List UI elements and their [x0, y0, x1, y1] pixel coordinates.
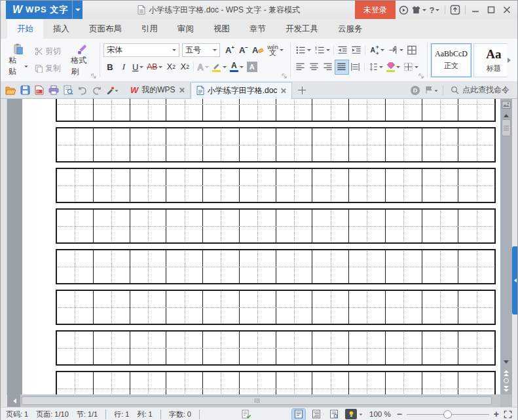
horizontal-scroll-thumb[interactable] — [22, 396, 492, 405]
grid-cell[interactable] — [203, 210, 240, 242]
document-page[interactable] — [22, 99, 500, 394]
increase-font-button[interactable]: A+ — [223, 43, 236, 57]
grid-cell[interactable] — [458, 210, 494, 242]
wps-menu-caret-icon[interactable] — [72, 1, 83, 19]
grid-cell[interactable] — [240, 99, 276, 121]
wps-menu-button[interactable]: W WPS 文字 — [6, 1, 83, 19]
task-flag-icon[interactable] — [422, 83, 441, 98]
grid-cell[interactable] — [240, 372, 276, 394]
undo-icon[interactable] — [75, 83, 90, 98]
grid-cell[interactable] — [94, 291, 130, 324]
grid-cell[interactable] — [94, 372, 130, 394]
grid-cell[interactable] — [312, 250, 349, 283]
paste-button[interactable]: 粘贴 — [6, 41, 31, 79]
grid-cell[interactable] — [57, 128, 94, 161]
grid-cell[interactable] — [349, 250, 386, 283]
zoom-in-button[interactable]: + — [494, 411, 499, 417]
fullscreen-icon[interactable] — [504, 410, 512, 419]
numbered-list-button[interactable] — [313, 43, 331, 57]
menu-tab-0[interactable]: 开始 — [7, 19, 43, 39]
grid-cell[interactable] — [57, 372, 94, 394]
select-browse-object-button[interactable] — [500, 376, 512, 385]
redo-icon[interactable] — [90, 83, 104, 98]
zoom-slider[interactable] — [407, 409, 489, 420]
font-name-select[interactable]: 宋体 — [103, 43, 179, 57]
page-view-icon[interactable] — [292, 409, 305, 420]
grid-cell[interactable] — [94, 169, 130, 202]
grid-cell[interactable] — [276, 372, 313, 394]
grid-cell[interactable] — [312, 210, 349, 242]
grid-cell[interactable] — [130, 291, 167, 324]
grid-cell[interactable] — [349, 128, 386, 161]
grid-cell[interactable] — [240, 332, 276, 364]
open-file-icon[interactable] — [3, 83, 18, 98]
print-preview-icon[interactable] — [61, 83, 75, 98]
align-right-button[interactable] — [322, 60, 335, 74]
grid-cell[interactable] — [422, 372, 459, 394]
scroll-left-button[interactable] — [7, 394, 20, 407]
grid-cell[interactable] — [386, 99, 422, 121]
grid-cell[interactable] — [166, 291, 203, 324]
grid-cell[interactable] — [458, 250, 494, 283]
grid-cell[interactable] — [458, 169, 494, 202]
grid-cell[interactable] — [57, 99, 94, 121]
tab-close-icon[interactable] — [280, 88, 286, 94]
grid-cell[interactable] — [203, 169, 240, 202]
bullet-list-button[interactable] — [294, 43, 312, 57]
borders-button[interactable] — [402, 60, 420, 74]
customize-toolbar-icon[interactable] — [104, 83, 121, 98]
grid-cell[interactable] — [386, 210, 422, 242]
zoom-out-button[interactable]: − — [397, 411, 402, 417]
clipboard-dialog-launcher[interactable] — [91, 73, 96, 79]
grid-cell[interactable] — [203, 99, 240, 121]
grid-cell[interactable] — [57, 332, 94, 364]
grid-cell[interactable] — [276, 210, 313, 242]
highlight-color-button[interactable] — [211, 60, 228, 74]
decrease-font-button[interactable]: A− — [237, 43, 250, 57]
copy-button[interactable]: 复制 — [33, 62, 67, 75]
style-card-0[interactable]: AaBbCcD正文 — [431, 43, 472, 77]
grid-cell[interactable] — [130, 128, 167, 161]
grid-cell[interactable] — [458, 291, 494, 324]
grid-cell[interactable] — [94, 250, 130, 283]
grid-cell[interactable] — [130, 332, 167, 364]
menu-tab-4[interactable]: 审阅 — [168, 19, 204, 39]
thumbnail-panel-icon[interactable] — [500, 99, 512, 110]
grid-cell[interactable] — [166, 169, 203, 202]
grid-cell[interactable] — [458, 372, 494, 394]
spellcheck-icon[interactable] — [242, 410, 251, 419]
scroll-up-button[interactable] — [500, 110, 512, 119]
grid-cell[interactable] — [57, 169, 94, 202]
grid-cell[interactable] — [57, 291, 94, 324]
grid-cell[interactable] — [422, 332, 459, 364]
strikethrough-button[interactable]: AB — [145, 60, 164, 74]
grid-cell[interactable] — [386, 169, 422, 202]
grid-cell[interactable] — [422, 99, 459, 121]
grid-cell[interactable] — [276, 332, 313, 364]
grid-cell[interactable] — [166, 372, 203, 394]
grid-cell[interactable] — [166, 210, 203, 242]
horizontal-scrollbar[interactable] — [1, 394, 517, 407]
document-tab-0[interactable]: W我的WPS — [125, 82, 191, 99]
grid-cell[interactable] — [57, 250, 94, 283]
paragraph-marks-button[interactable] — [386, 43, 405, 57]
menu-tab-8[interactable]: 云服务 — [328, 19, 373, 39]
grid-cell[interactable] — [312, 291, 349, 324]
font-size-select[interactable]: 五号 — [182, 43, 220, 57]
menu-tab-5[interactable]: 视图 — [204, 19, 240, 39]
grid-cell[interactable] — [349, 291, 386, 324]
menu-tab-6[interactable]: 章节 — [240, 19, 276, 39]
maximize-button[interactable] — [483, 1, 499, 19]
distributed-align-button[interactable] — [349, 60, 362, 74]
superscript-button[interactable]: X2 — [164, 60, 177, 74]
vertical-scrollbar[interactable] — [500, 99, 512, 394]
grid-cell[interactable] — [386, 372, 422, 394]
grid-cell[interactable] — [349, 372, 386, 394]
text-grid-button[interactable] — [405, 43, 418, 57]
menu-tab-3[interactable]: 引用 — [132, 19, 168, 39]
grid-cell[interactable] — [276, 291, 313, 324]
grid-cell[interactable] — [349, 210, 386, 242]
grid-cell[interactable] — [386, 291, 422, 324]
grid-cell[interactable] — [386, 332, 422, 364]
grid-cell[interactable] — [203, 372, 240, 394]
